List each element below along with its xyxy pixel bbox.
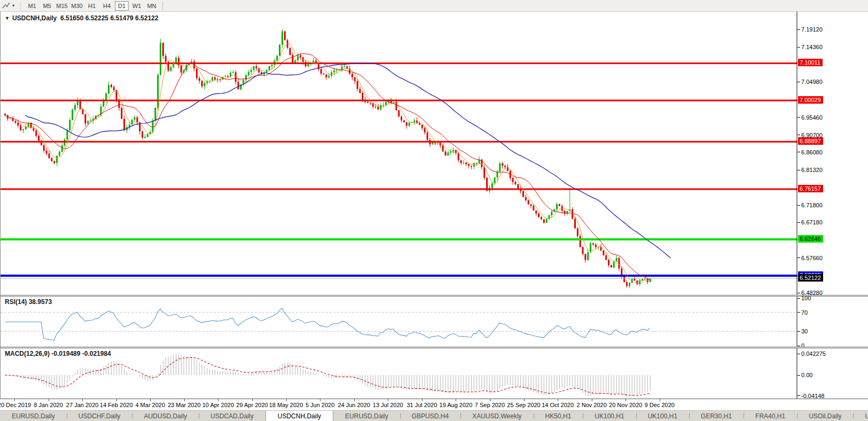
chart-title: ▼USDCNH,Daily 6.51650 6.52225 6.51479 6.… [5,14,158,22]
axis-tick-mark [797,346,800,346]
date-tick-label: 8 Jan 2020 [34,402,62,408]
indicator-chart-icon [2,2,10,10]
date-tick-mark [558,399,558,401]
hline-price-label: 6.52122 [798,274,823,282]
chart-tabs-bar: EURUSD,DailyUSDCHF,DailyAUDUSD,DailyUSDC… [0,410,868,421]
date-tick-label: 14 Feb 2020 [100,402,133,408]
chart-tab-eurusd-daily[interactable]: EURUSD,Daily [333,411,400,421]
chart-ohlc-readout: 6.51650 6.52225 6.51479 6.52122 [60,14,159,22]
date-tick-label: 24 Jun 2020 [338,402,370,408]
chart-tab-usdjpy-h1[interactable]: USDJPY,H1 [853,411,868,421]
price-tick-label: 6.71800 [801,202,823,208]
horizontal-lines [1,63,797,278]
rsi-pane[interactable]: RSI(14) 38.9573 10070300 [1,297,868,347]
rsi-label: RSI(14) 38.9573 [5,298,52,306]
date-tick-mark [150,399,151,401]
price-tick-label: 7.19120 [801,26,823,33]
macd-plot[interactable] [1,348,797,399]
chart-tab-usoil-daily[interactable]: USOil,Daily [797,411,853,421]
axis-tick-mark [797,293,800,293]
price-axis: 7.191207.143607.049806.954606.907006.860… [797,12,868,295]
period-button-W1[interactable]: W1 [130,1,144,11]
period-button-H1[interactable]: H1 [85,1,99,11]
axis-tick-mark [797,298,800,299]
date-tick-label: 14 Oct 2020 [542,402,574,408]
axis-tick-mark [797,170,800,170]
chart-tab-xauusd-weekly[interactable]: XAUUSD,Weekly [460,411,533,421]
symbol-dropdown-icon: ▼ [5,15,10,21]
chart-tab-hk50-h1[interactable]: HK50,H1 [534,411,583,421]
price-pane[interactable]: ▼USDCNH,Daily 6.51650 6.52225 6.51479 6.… [1,12,868,295]
timeframes-toolbar: ▾ M1M5M15M30H1H4D1W1MN [0,0,868,12]
axis-tick-mark [797,205,800,206]
chart-tab-uk100-h1[interactable]: UK100,H1 [583,411,636,421]
date-tick-mark [422,399,423,401]
date-tick-mark [592,399,592,401]
period-button-M5[interactable]: M5 [40,1,54,11]
hline-price-label: 6.88897 [798,137,823,145]
axis-tick-mark [797,82,800,82]
date-tick-mark [82,399,83,401]
hline-price-label: 6.76157 [798,185,823,192]
chart-symbol-label: USDCNH,Daily [12,14,57,22]
date-tick-mark [456,399,456,401]
macd-pane[interactable]: MACD(12,26,9) -0.019489 -0.021984 0.0422… [1,348,868,399]
candles [4,29,651,288]
date-tick-label: 27 Jan 2020 [66,402,99,408]
chart-type-dropdown[interactable]: ▾ [0,1,17,11]
date-tick-mark [116,399,117,401]
macd-tick-label: 0.00 [801,372,812,378]
axis-tick-mark [797,47,800,48]
hline-price-label: 7.00029 [798,96,823,104]
date-tick-mark [354,399,355,401]
chart-window: ▼USDCNH,Daily 6.51650 6.52225 6.51479 6.… [0,12,868,399]
chart-tab-usdcnh-daily[interactable]: USDCNH,Daily [265,411,333,421]
chart-tab-eurusd-daily[interactable]: EURUSD,Daily [0,411,67,421]
axis-tick-mark [797,135,800,135]
date-tick-mark [625,399,626,401]
chart-tab-usdchf-daily[interactable]: USDCHF,Daily [67,411,132,421]
chart-tab-gbpusd-h4[interactable]: GBPUSD,H4 [400,411,460,421]
price-tick-label: 6.81320 [801,167,823,173]
macd-tick-label: 0.042275 [801,350,826,357]
macd-axis: 0.0422750.00-0.04148 [797,348,868,399]
period-button-H4[interactable]: H4 [100,1,114,11]
toolbar-separator [162,2,163,10]
axis-tick-mark [797,312,800,313]
period-button-M1[interactable]: M1 [25,1,39,11]
date-tick-label: 19 Aug 2020 [440,402,473,408]
date-tick-label: 20 Nov 2020 [609,402,642,408]
date-tick-label: 9 Dec 2020 [645,402,675,408]
date-tick-label: 7 Sep 2020 [475,402,505,408]
price-tick-label: 6.67180 [801,219,823,225]
chart-tab-ger30-h1[interactable]: GER30,H1 [689,411,744,421]
chart-tab-audusd-daily[interactable]: AUDUSD,Daily [132,411,199,421]
rsi-plot[interactable] [1,297,797,347]
chart-tab-uk100-h1[interactable]: UK100,H1 [636,411,689,421]
mt4-window: ▾ M1M5M15M30H1H4D1W1MN ▼USDCNH,Daily 6.5… [0,0,868,421]
moving-average-34 [26,64,671,258]
date-tick-label: 18 May 2020 [269,402,303,408]
chart-tab-usdcad-daily[interactable]: USDCAD,Daily [199,411,265,421]
period-button-M15[interactable]: M15 [55,1,69,11]
date-tick-label: 23 Mar 2020 [168,402,201,408]
price-tick-label: 7.04980 [801,79,823,85]
moving-average-5 [5,44,650,283]
date-tick-mark [49,399,49,401]
rsi-tick-label: 30 [801,328,808,334]
period-button-M30[interactable]: M30 [70,1,84,11]
axis-tick-mark [797,117,800,118]
date-tick-mark [320,399,320,401]
price-plot[interactable] [1,12,797,295]
axis-tick-mark [797,29,800,30]
date-tick-label: 2 Nov 2020 [577,402,607,408]
chart-tab-fra40-h1[interactable]: FRA40,H1 [744,411,797,421]
date-tick-mark [218,399,218,401]
date-tick-mark [490,399,490,401]
axis-tick-mark [797,375,800,376]
period-button-MN[interactable]: MN [145,1,159,11]
period-button-D1[interactable]: D1 [115,1,129,11]
price-tick-label: 6.86080 [801,149,823,155]
rsi-tick-label: 70 [801,309,808,316]
moving-average-13 [5,54,650,280]
